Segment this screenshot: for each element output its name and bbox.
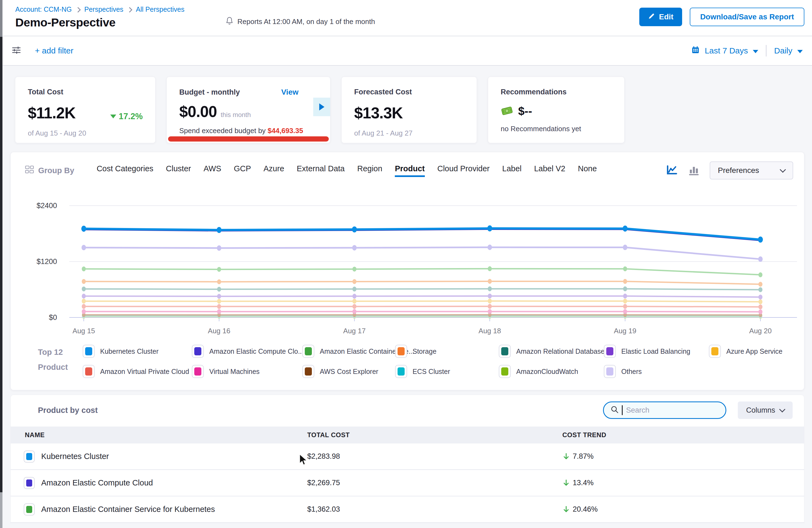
row-name: Amazon Elastic Compute Cloud <box>41 478 153 487</box>
download-save-report-button[interactable]: Download/Save as Report <box>690 8 804 26</box>
chevron-right-icon <box>75 7 81 13</box>
arrow-down-icon <box>562 453 570 461</box>
chevron-right-icon <box>127 7 132 13</box>
chart-panel: Group By Cost CategoriesClusterAWSGCPAzu… <box>10 152 804 390</box>
recommendations-savings-value: $-- <box>518 105 532 118</box>
groupby-tab-product[interactable]: Product <box>395 164 425 177</box>
triangle-right-icon <box>319 103 324 111</box>
groupby-tab-none[interactable]: None <box>578 164 597 177</box>
svg-text:$2400: $2400 <box>37 202 57 210</box>
row-total-cost: $2,269.75 <box>307 479 562 487</box>
chevron-down-icon <box>780 166 786 173</box>
search-icon <box>610 405 619 415</box>
chart-legend: Top 12 Product Kubernetes Cluster Amazon… <box>11 343 804 390</box>
budget-exceeded-text: Spend exceeded budget by $44,693.35 <box>179 127 318 135</box>
table-row[interactable]: Amazon Elastic Compute Cloud $2,269.75 1… <box>11 470 804 496</box>
budget-view-link[interactable]: View <box>281 88 299 97</box>
breadcrumb-link[interactable]: Perspectives <box>84 5 123 13</box>
cost-delta: 17.2% <box>110 112 143 121</box>
legend-label: ECS Cluster <box>412 368 450 376</box>
divider <box>766 45 766 57</box>
groupby-tab-region[interactable]: Region <box>357 164 382 177</box>
arrow-down-icon <box>562 479 570 487</box>
legend-item: Amazon Relational Database ... <box>499 345 604 358</box>
groupby-tab-aws[interactable]: AWS <box>204 164 221 177</box>
svg-text:$0: $0 <box>49 313 57 322</box>
legend-swatch <box>83 365 95 378</box>
card-title: Recommendations <box>501 88 612 96</box>
legend-item: Amazon Elastic Compute Clo... <box>192 345 302 358</box>
granularity-select[interactable]: Daily <box>774 46 792 55</box>
legend-label: AmazonCloudWatch <box>516 368 578 376</box>
legend-label: Amazon Relational Database ... <box>516 348 612 355</box>
edit-button[interactable]: Edit <box>639 8 682 26</box>
legend-item: Kubernetes Cluster <box>83 345 192 358</box>
report-schedule-text: Reports At 12:00 AM, on day 1 of the mon… <box>237 17 375 26</box>
summary-cards: Total Cost $11.2K 17.2% of Aug 15 - Aug … <box>3 66 812 152</box>
table-header-row: NAME TOTAL COST COST TREND <box>11 427 804 443</box>
groupby-tab-label[interactable]: Label <box>502 164 522 177</box>
legend-item: Storage <box>395 345 499 358</box>
legend-label: Elastic Load Balancing <box>621 348 690 355</box>
date-range-select[interactable]: Last 7 Days <box>705 46 748 55</box>
groupby-tab-cluster[interactable]: Cluster <box>166 164 191 177</box>
breadcrumb-link[interactable]: All Perspectives <box>136 5 185 13</box>
legend-item: AWS Cost Explorer <box>302 365 395 378</box>
legend-item: Azure App Service <box>709 345 793 358</box>
recommendations-card: Recommendations $-- no Recommendations y… <box>488 77 625 143</box>
breadcrumb: Account: CCM-NGPerspectivesAll Perspecti… <box>15 5 185 13</box>
groupby-tab-cost-categories[interactable]: Cost Categories <box>97 164 153 177</box>
chevron-down-icon <box>797 50 803 53</box>
groupby-tab-gcp[interactable]: GCP <box>234 164 251 177</box>
groupby-tab-external-data[interactable]: External Data <box>297 164 345 177</box>
search-input[interactable] <box>625 406 719 415</box>
row-color-swatch <box>24 503 35 515</box>
row-total-cost: $2,283.98 <box>307 452 562 461</box>
filter-sliders-icon[interactable] <box>11 45 22 57</box>
calendar-icon <box>691 46 700 56</box>
card-title: Forecasted Cost <box>354 88 464 96</box>
groupby-tab-azure[interactable]: Azure <box>264 164 284 177</box>
breadcrumb-link[interactable]: Account: CCM-NG <box>15 5 72 13</box>
svg-text:Aug 17: Aug 17 <box>343 327 366 335</box>
add-filter-button[interactable]: + add filter <box>35 46 73 55</box>
legend-item: Virtual Machines <box>192 365 302 378</box>
groupby-tab-label-v2[interactable]: Label V2 <box>534 164 565 177</box>
legend-label: Others <box>621 368 642 376</box>
budget-value: $0.00 <box>179 103 217 120</box>
columns-button[interactable]: Columns <box>738 401 793 419</box>
row-cost-trend: 13.4% <box>562 479 804 487</box>
line-chart-toggle-icon[interactable] <box>666 164 678 176</box>
card-period: of Aug 21 - Aug 27 <box>354 129 464 137</box>
legend-swatch <box>192 345 204 358</box>
legend-item: Elastic Load Balancing <box>604 345 709 358</box>
legend-swatch <box>709 345 721 358</box>
money-icon <box>501 104 513 118</box>
row-cost-trend: 20.46% <box>562 505 804 514</box>
row-name: Amazon Elastic Container Service for Kub… <box>41 505 215 514</box>
cost-line-chart: $0$1200$2400Aug 15Aug 16Aug 17Aug 18Aug … <box>11 184 804 342</box>
table-row[interactable]: Kubernetes Cluster $2,283.98 7.87% <box>11 443 804 470</box>
preferences-select[interactable]: Preferences <box>710 161 793 179</box>
budget-card: Budget - monthly View $0.00 this month S… <box>166 77 330 143</box>
ccm-perspective-screen: Account: CCM-NGPerspectivesAll Perspecti… <box>0 0 812 528</box>
groupby-tab-cloud-provider[interactable]: Cloud Provider <box>437 164 490 177</box>
legend-swatch <box>499 345 511 358</box>
bar-chart-toggle-icon[interactable] <box>688 164 700 176</box>
column-header-cost-trend: COST TREND <box>562 431 804 439</box>
group-by-tabs: Cost CategoriesClusterAWSGCPAzureExterna… <box>97 164 597 177</box>
chevron-down-icon <box>779 406 785 412</box>
table-row[interactable]: Amazon Elastic Container Service for Kub… <box>11 496 804 523</box>
recommendations-note: no Recommendations yet <box>501 124 612 133</box>
triangle-down-icon <box>110 115 116 118</box>
legend-item: ECS Cluster <box>395 365 499 378</box>
collapsed-nav-edge <box>0 0 2 528</box>
arrow-down-icon <box>562 505 570 514</box>
legend-swatch <box>499 365 511 378</box>
budget-expand-button[interactable] <box>313 98 330 116</box>
legend-item: Amazon Virtual Private Cloud <box>83 365 192 378</box>
svg-text:Aug 20: Aug 20 <box>749 327 772 335</box>
filter-bar: + add filter Last 7 Days Daily <box>3 36 812 66</box>
cost-trend-chart[interactable]: $0$1200$2400Aug 15Aug 16Aug 17Aug 18Aug … <box>11 184 804 343</box>
budget-overage-bar <box>168 136 329 142</box>
